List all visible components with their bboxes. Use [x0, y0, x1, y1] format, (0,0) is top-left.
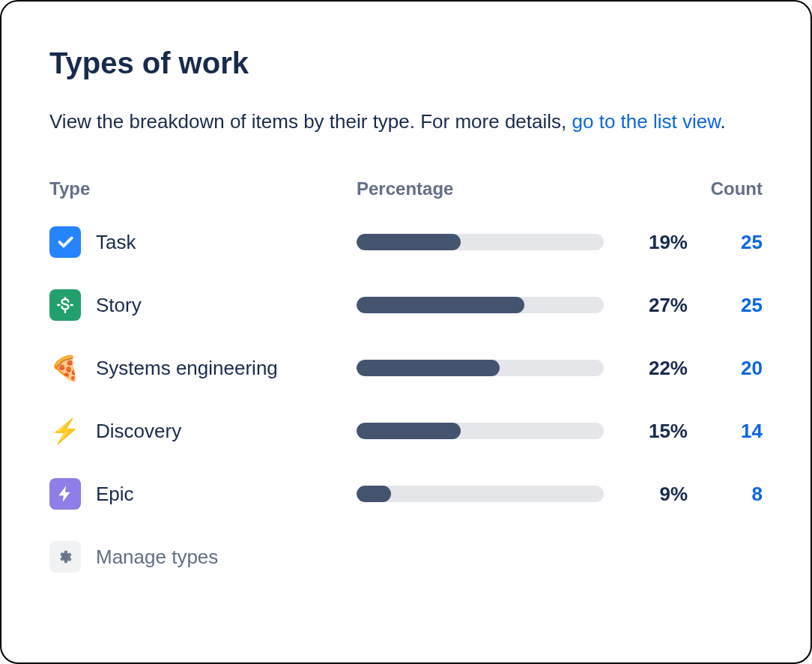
type-label: Story	[96, 294, 142, 317]
percentage-bar	[357, 360, 604, 376]
type-label: Epic	[96, 483, 134, 506]
percentage-bar	[357, 234, 604, 250]
description-prefix: View the breakdown of items by their typ…	[49, 110, 572, 133]
percentage-bar-fill	[357, 486, 391, 502]
count-value[interactable]: 20	[688, 357, 763, 380]
count-value[interactable]: 25	[688, 231, 763, 254]
type-label: Discovery	[96, 420, 181, 443]
percentage-bar	[357, 423, 604, 439]
table-header-row: Type Percentage Count	[49, 178, 763, 199]
epic-icon	[49, 478, 81, 510]
count-value[interactable]: 25	[688, 294, 763, 317]
percentage-bar	[357, 297, 604, 313]
manage-types-button[interactable]: Manage types	[49, 541, 763, 573]
table-row: Task 19% 25	[49, 226, 763, 258]
pizza-icon: 🍕	[49, 352, 81, 384]
header-percentage: Percentage	[357, 178, 605, 199]
gear-icon	[49, 541, 81, 573]
percentage-value: 27%	[605, 294, 688, 317]
story-icon	[49, 289, 81, 321]
percentage-value: 15%	[605, 420, 688, 443]
manage-types-label: Manage types	[96, 546, 218, 569]
table-row: 🍕 Systems engineering 22% 20	[49, 352, 763, 384]
percentage-value: 9%	[605, 483, 688, 506]
percentage-value: 22%	[605, 357, 688, 380]
count-value[interactable]: 8	[688, 483, 763, 506]
percentage-bar-fill	[357, 360, 500, 376]
table-row: Story 27% 25	[49, 289, 763, 321]
types-of-work-card: Types of work View the breakdown of item…	[0, 0, 812, 664]
task-icon	[49, 226, 81, 258]
percentage-value: 19%	[605, 231, 688, 254]
list-view-link[interactable]: go to the list view	[572, 110, 721, 133]
percentage-bar-fill	[357, 423, 461, 439]
count-value[interactable]: 14	[688, 420, 763, 443]
percentage-bar-fill	[357, 234, 461, 250]
header-type: Type	[49, 178, 357, 199]
card-description: View the breakdown of items by their typ…	[49, 107, 763, 136]
bolt-icon: ⚡	[49, 415, 81, 447]
percentage-bar	[357, 486, 604, 502]
table-row: Epic 9% 8	[49, 478, 763, 510]
description-suffix: .	[721, 110, 726, 133]
types-table: Type Percentage Count Task 19% 25	[49, 178, 763, 573]
card-title: Types of work	[49, 46, 763, 80]
percentage-bar-fill	[357, 297, 524, 313]
type-label: Task	[96, 231, 136, 254]
type-label: Systems engineering	[96, 357, 278, 380]
table-row: ⚡ Discovery 15% 14	[49, 415, 763, 447]
header-count: Count	[688, 178, 763, 199]
